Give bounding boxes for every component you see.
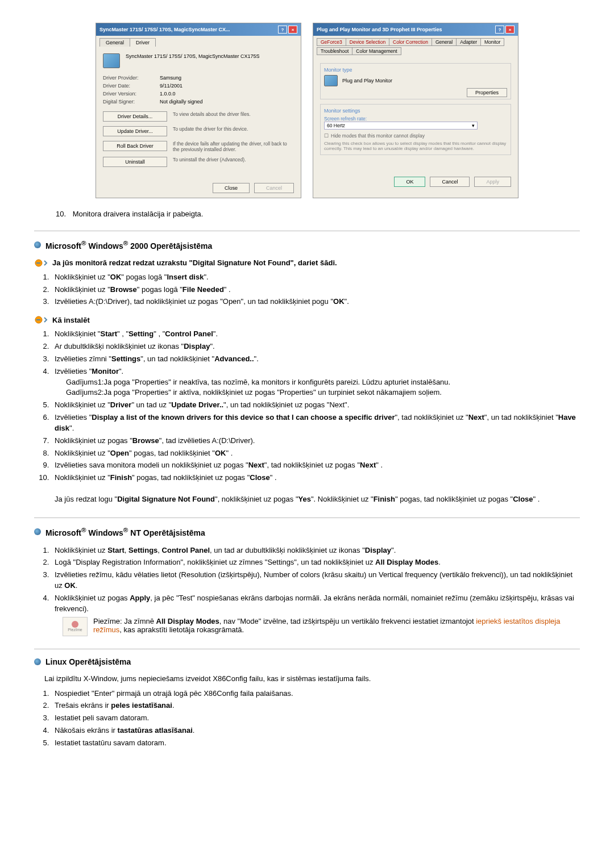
arrow-icon bbox=[34, 315, 48, 324]
tab-monitor[interactable]: Monitor bbox=[480, 38, 504, 46]
provider-label: Driver Provider: bbox=[103, 75, 160, 81]
linux-heading: Linux Operētājsistēma bbox=[34, 657, 580, 666]
uninstall-desc: To uninstall the driver (Advanced). bbox=[173, 157, 294, 162]
list-item: Izvēlieties zīmni "Settings", un tad nok… bbox=[51, 354, 580, 365]
list-item: Noklikšķiniet "Start" , "Setting" , "Con… bbox=[51, 329, 580, 340]
update-driver-button[interactable]: Update Driver... bbox=[103, 126, 167, 136]
bullet-icon bbox=[34, 241, 41, 248]
list-item: Noklikšķiniet uz "OK" pogas logā "Insert… bbox=[51, 272, 580, 283]
tab-general[interactable]: General bbox=[99, 38, 130, 47]
bullet-icon bbox=[34, 528, 41, 535]
winnt-steps: Noklikšķiniet uz Start, Settings, Contro… bbox=[51, 545, 580, 615]
signer-value: Not digitally signed bbox=[160, 99, 203, 105]
list-item: Iestatiet tastatūru savam datoram. bbox=[51, 738, 580, 749]
date-label: Driver Date: bbox=[103, 83, 160, 89]
device-name: SyncMaster 171S/ 175S/ 170S, MagicSyncMa… bbox=[126, 53, 260, 68]
list-item: Trešais ekrāns ir peles iestatīšanai. bbox=[51, 700, 580, 711]
list-item: Noklikšķiniet uz "Open" pogas, tad nokli… bbox=[51, 448, 580, 459]
refresh-rate-select[interactable]: 60 Hertz▾ bbox=[324, 122, 478, 130]
close-icon[interactable]: × bbox=[505, 26, 515, 34]
refresh-rate-label: Screen refresh rate: bbox=[324, 116, 507, 122]
list-item: Logā "Display Registration Information",… bbox=[51, 557, 580, 568]
date-value: 9/11/2001 bbox=[160, 83, 182, 89]
divider bbox=[34, 231, 580, 231]
list-item: Izvēlieties "Monitor".Gadījums1:Ja poga … bbox=[51, 366, 580, 399]
bullet-icon bbox=[34, 658, 41, 665]
win2000-heading: Microsoft® Windows® 2000 Operētājsistēma bbox=[34, 239, 580, 251]
close-icon[interactable]: × bbox=[288, 26, 297, 34]
win2000-sub1-steps: Noklikšķiniet uz "OK" pogas logā "Insert… bbox=[51, 272, 580, 308]
list-item: Noklikšķiniet uz pogas "Browse", tad izv… bbox=[51, 436, 580, 446]
driver-properties-dialog: SyncMaster 171S/ 175S/ 170S, MagicSyncMa… bbox=[96, 23, 301, 198]
update-desc: To update the driver for this device. bbox=[173, 126, 294, 132]
step-text: Monitora draivera instalācija ir pabeigt… bbox=[73, 210, 204, 218]
list-item: Nospiediet "Enter" pirmajā un otrajā log… bbox=[51, 688, 580, 699]
list-item: Noklikšķiniet uz pogas Apply, ja pēc "Te… bbox=[51, 593, 580, 615]
divider bbox=[34, 518, 580, 518]
list-item: Izvēlieties sava monitora modeli un nokl… bbox=[51, 460, 580, 471]
rollback-desc: If the device fails after updating the d… bbox=[173, 141, 294, 152]
help-icon[interactable]: ? bbox=[278, 26, 287, 34]
tab-color-management[interactable]: Color Management bbox=[352, 47, 401, 55]
tab-driver[interactable]: Driver bbox=[130, 38, 156, 47]
help-icon[interactable]: ? bbox=[495, 26, 504, 34]
cancel-button: Cancel bbox=[254, 183, 294, 193]
version-value: 1.0.0.0 bbox=[160, 91, 176, 97]
note-text: Piezīme: Ja zīmnē All Display Modes, nav… bbox=[93, 617, 580, 636]
signer-label: Digital Signer: bbox=[103, 99, 160, 105]
list-item: Nākošais ekrāns ir tastatūras atlasīšana… bbox=[51, 725, 580, 736]
list-item: Ar dubultklikšķi noklikšķiniet uz ikonas… bbox=[51, 341, 580, 352]
provider-value: Samsung bbox=[160, 75, 181, 81]
hide-modes-help: Clearing this check box allows you to se… bbox=[324, 141, 507, 151]
list-item: Izvēlieties režīmu, kādu vēlaties lietot… bbox=[51, 570, 580, 591]
tab-adapter[interactable]: Adapter bbox=[456, 38, 481, 46]
hide-modes-checkbox[interactable]: ☐ bbox=[324, 133, 329, 139]
list-item: Izvēlieties "Display a list of the known… bbox=[51, 412, 580, 434]
win2000-sub2: Kā instalēt bbox=[34, 315, 580, 324]
close-button[interactable]: Close bbox=[213, 183, 250, 193]
list-item: Iestatiet peli savam datoram. bbox=[51, 713, 580, 724]
note-icon: Piezīme bbox=[63, 617, 88, 636]
dialog-titlebar: Plug and Play Monitor and 3D Prophet III… bbox=[313, 23, 518, 36]
rollback-driver-button[interactable]: Roll Back Driver bbox=[103, 141, 167, 151]
winnt-heading: Microsoft® Windows® NT Operētājsistēma bbox=[34, 526, 580, 537]
monitor-settings-label: Monitor settings bbox=[324, 108, 507, 114]
monitor-icon bbox=[324, 75, 338, 86]
monitor-icon bbox=[103, 53, 120, 68]
tab-color-correction[interactable]: Color Correction bbox=[389, 38, 432, 46]
version-label: Driver Version: bbox=[103, 91, 160, 97]
dialog-titlebar: SyncMaster 171S/ 175S/ 170S, MagicSyncMa… bbox=[96, 23, 301, 36]
screenshot-row: SyncMaster 171S/ 175S/ 170S, MagicSyncMa… bbox=[34, 23, 580, 198]
note-box: Piezīme Piezīme: Ja zīmnē All Display Mo… bbox=[63, 617, 580, 636]
tab-geforce[interactable]: GeForce3 bbox=[317, 38, 346, 46]
driver-details-button[interactable]: Driver Details... bbox=[103, 111, 167, 122]
tab-device-selection[interactable]: Device Selection bbox=[346, 38, 389, 46]
win2000-sub2-steps: Noklikšķiniet "Start" , "Setting" , "Con… bbox=[51, 329, 580, 505]
list-item: Izvēlieties A:(D:\Driver), tad noklikšķi… bbox=[51, 297, 580, 307]
linux-intro: Lai izpildītu X-Window, jums nepieciešam… bbox=[44, 674, 580, 683]
subheading-text: Kā instalēt bbox=[52, 316, 90, 324]
step-number: 10. bbox=[51, 210, 66, 218]
win2000-sub1: Ja jūs monitorā redzat redzat uzrakstu "… bbox=[34, 258, 580, 268]
linux-steps: Nospiediet "Enter" pirmajā un otrajā log… bbox=[51, 688, 580, 749]
list-item: Noklikšķiniet uz "Driver" un tad uz "Upd… bbox=[51, 400, 580, 411]
subheading-text: Ja jūs monitorā redzat redzat uzrakstu "… bbox=[52, 258, 337, 267]
ok-button[interactable]: OK bbox=[394, 177, 425, 187]
properties-button[interactable]: Properties bbox=[467, 88, 507, 97]
monitor-type-value: Plug and Play Monitor bbox=[342, 78, 392, 84]
dialog-title-text: SyncMaster 171S/ 175S/ 170S, MagicSyncMa… bbox=[99, 27, 230, 32]
monitor-type-label: Monitor type bbox=[324, 67, 507, 73]
arrow-icon bbox=[34, 258, 48, 268]
heading-text: Linux Operētājsistēma bbox=[45, 657, 131, 666]
details-desc: To view details about the driver files. bbox=[173, 111, 294, 117]
divider bbox=[34, 649, 580, 649]
tab-general[interactable]: General bbox=[432, 38, 457, 46]
hide-modes-label: Hide modes that this monitor cannot disp… bbox=[331, 133, 425, 139]
tab-troubleshoot[interactable]: Troubleshoot bbox=[317, 47, 352, 55]
display-properties-dialog: Plug and Play Monitor and 3D Prophet III… bbox=[313, 23, 518, 198]
dialog-title-text: Plug and Play Monitor and 3D Prophet III… bbox=[317, 27, 442, 32]
list-item: Noklikšķiniet uz "Browse" pogas logā "Fi… bbox=[51, 285, 580, 295]
uninstall-button[interactable]: Uninstall bbox=[103, 157, 167, 167]
cancel-button[interactable]: Cancel bbox=[430, 177, 470, 187]
list-item: Noklikšķiniet uz "Finish" pogas, tad nok… bbox=[51, 473, 580, 505]
